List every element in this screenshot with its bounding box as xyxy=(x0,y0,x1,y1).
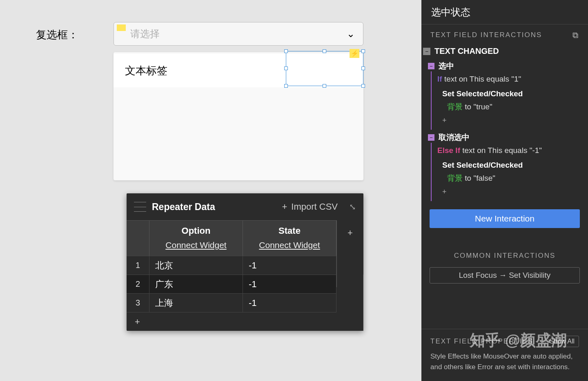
row-number: 2 xyxy=(127,275,149,293)
dropdown-placeholder: 请选择 xyxy=(130,27,160,40)
collapse-panel-icon[interactable]: ⤡ xyxy=(349,202,356,212)
add-row-button[interactable]: + xyxy=(127,312,336,331)
chevron-down-icon: ⌄ xyxy=(347,28,355,40)
collapse-icon[interactable]: − xyxy=(428,134,434,141)
case-condition[interactable]: Else If text on This equals "-1" xyxy=(437,145,581,159)
collapse-icon[interactable]: − xyxy=(428,63,434,69)
column-header-option[interactable]: Option Connect Widget xyxy=(149,221,243,256)
keyword-elseif: Else If xyxy=(437,146,460,155)
table-tail xyxy=(336,275,363,331)
section-title: TEXT FIELD INTERACTIONS xyxy=(430,31,542,39)
action-detail[interactable]: 背景 to "false" xyxy=(437,171,581,187)
section-title: TEXT FIELD PROPERTIES xyxy=(430,337,533,346)
section-header-common: COMMON INTERACTIONS xyxy=(421,252,588,260)
collapse-icon[interactable]: − xyxy=(423,48,430,55)
repeater-header: Repeater Data + Import CSV ⤡ xyxy=(127,193,363,220)
condition-text: text on This equals "-1" xyxy=(460,146,542,155)
resize-handle[interactable] xyxy=(323,84,326,88)
panel-title: 选中状态 xyxy=(421,0,588,24)
case-deselected[interactable]: − 取消选中 Else If text on This equals "-1" … xyxy=(421,131,588,202)
connect-widget-link[interactable]: Connect Widget xyxy=(243,240,336,256)
case-condition[interactable]: If text on This equals "1" xyxy=(437,74,581,88)
column-name: Option xyxy=(149,221,243,240)
resize-handle[interactable] xyxy=(284,66,288,70)
new-interaction-button[interactable]: New Interaction xyxy=(430,209,580,228)
case-selected[interactable]: − 选中 If text on This equals "1" Set Sele… xyxy=(421,59,588,131)
action-rest: to "true" xyxy=(463,102,492,111)
add-action-button[interactable]: + xyxy=(437,187,581,199)
note-marker-icon[interactable] xyxy=(117,24,126,31)
action-target: 背景 xyxy=(447,102,463,111)
connect-widget-link[interactable]: Connect Widget xyxy=(149,240,243,256)
column-header-state[interactable]: State Connect Widget xyxy=(243,221,336,256)
action-rest: to "false" xyxy=(463,174,495,182)
cell-option[interactable]: 上海 xyxy=(149,294,243,312)
popout-icon[interactable]: ⧉ xyxy=(572,31,579,40)
row-number: 3 xyxy=(127,294,149,312)
cell-state[interactable]: -1 xyxy=(243,275,336,293)
repeater-data-panel[interactable]: Repeater Data + Import CSV ⤡ Option Conn… xyxy=(127,193,363,331)
import-csv-label: Import CSV xyxy=(291,202,338,212)
repeater-table: Option Connect Widget State Connect Widg… xyxy=(127,220,336,331)
table-row[interactable]: 1 北京 -1 xyxy=(127,256,336,275)
action-detail[interactable]: 背景 to "true" xyxy=(437,100,581,115)
dropdown-widget[interactable]: 请选择 ⌄ xyxy=(114,22,363,46)
column-name: State xyxy=(243,221,336,240)
section-header-interactions: TEXT FIELD INTERACTIONS ⧉ xyxy=(421,24,588,46)
resize-handle[interactable] xyxy=(361,84,365,88)
table-icon xyxy=(134,202,146,212)
cell-option[interactable]: 广东 xyxy=(149,275,243,293)
table-row[interactable]: 3 上海 -1 xyxy=(127,293,336,312)
interaction-bolt-icon[interactable]: ⚡ xyxy=(350,49,359,58)
event-name: TEXT CHANGED xyxy=(434,47,499,56)
keyword-if: If xyxy=(437,75,442,83)
cell-option[interactable]: 北京 xyxy=(149,256,243,275)
row-number: 1 xyxy=(127,256,149,275)
table-row[interactable]: 2 广东 -1 xyxy=(127,275,336,293)
add-action-button[interactable]: + xyxy=(437,115,581,127)
resize-handle[interactable] xyxy=(284,49,288,53)
resize-handle[interactable] xyxy=(323,49,326,53)
plus-icon: + xyxy=(282,202,287,212)
cell-state[interactable]: -1 xyxy=(243,256,336,275)
action-title[interactable]: Set Selected/Checked xyxy=(437,159,581,171)
resize-handle[interactable] xyxy=(284,84,288,88)
case-name: 选中 xyxy=(439,61,454,71)
common-interaction-lostfocus[interactable]: Lost Focus → Set Visibility xyxy=(430,267,580,284)
resize-handle[interactable] xyxy=(361,66,365,70)
checkbox-label: 复选框： xyxy=(36,28,78,42)
row-number-header xyxy=(127,221,149,256)
show-all-button[interactable]: Show All xyxy=(545,336,579,347)
properties-description: Style Effects like MouseOver are auto ap… xyxy=(430,351,579,372)
resize-handle[interactable] xyxy=(361,49,365,53)
repeater-title: Repeater Data xyxy=(152,202,215,213)
cell-state[interactable]: -1 xyxy=(243,294,336,312)
action-title[interactable]: Set Selected/Checked xyxy=(437,88,581,100)
interactions-panel: 选中状态 TEXT FIELD INTERACTIONS ⧉ − TEXT CH… xyxy=(421,0,588,381)
option-row-text: 文本标签 xyxy=(125,64,167,78)
import-csv-button[interactable]: + Import CSV xyxy=(282,202,338,212)
condition-text: text on This equals "1" xyxy=(442,75,521,83)
event-text-changed[interactable]: − TEXT CHANGED xyxy=(421,46,588,59)
case-name: 取消选中 xyxy=(439,132,470,143)
table-header-row: Option Connect Widget State Connect Widg… xyxy=(127,220,336,256)
action-target: 背景 xyxy=(447,174,463,182)
design-canvas[interactable]: 复选框： 请选择 ⌄ 文本标签 ⚡ Repeater Data + Import… xyxy=(0,0,382,381)
section-properties: TEXT FIELD PROPERTIES Show All Style Eff… xyxy=(421,329,588,381)
